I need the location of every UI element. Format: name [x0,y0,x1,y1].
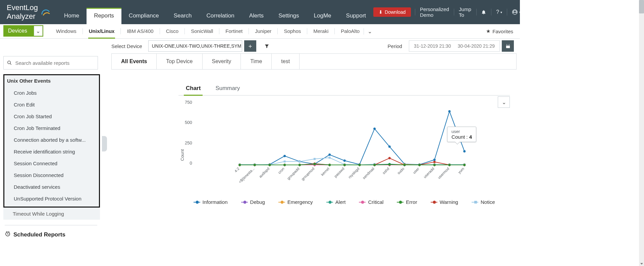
tooltip-value: 4 [469,134,472,140]
tree-item[interactable]: Session Disconnected [4,169,99,181]
subtab-cisco[interactable]: Cisco [162,24,183,38]
tooltip-title: user [451,129,472,134]
help-icon[interactable]: ? ▾ [491,9,507,15]
svg-point-1 [514,10,516,12]
calendar-button[interactable] [502,40,514,52]
device-multiselect[interactable]: UNIX-ONE,UNIX-TWO,UNIX-THREE,SYM [148,40,242,52]
svg-point-53 [373,128,376,130]
tab-all-events[interactable]: All Events [112,54,157,69]
svg-point-47 [283,155,286,157]
tab-top-device[interactable]: Top Device [157,54,202,69]
user-menu-icon[interactable]: ▾ [507,9,520,15]
svg-point-86 [388,157,391,159]
subtab-paloalto[interactable]: PaloAlto [337,24,364,38]
tree-item[interactable]: Cron Job Terminated [4,122,99,134]
nav-support[interactable]: Support [339,8,374,24]
subtab-juniper[interactable]: Juniper [251,24,275,38]
legend-item-information[interactable]: Information [194,199,228,205]
chart-legend: InformationDebugEmergencyAlertCriticalEr… [178,199,510,205]
legend-marker-icon [241,201,248,204]
tree-item[interactable]: Receive identification string [4,146,99,158]
legend-item-notice[interactable]: Notice [472,199,495,205]
svg-point-181 [361,201,364,204]
chart-tab-summary[interactable]: Summary [215,83,240,95]
nav-search[interactable]: Search [166,8,199,24]
chevron-down-icon[interactable]: ⌄ [34,26,43,36]
svg-text:rsyslogd: rsyslogd [347,167,360,179]
nav-logme[interactable]: LogMe [307,8,339,24]
devices-dropdown[interactable]: Devices ⌄ [3,25,43,37]
legend-item-critical[interactable]: Critical [359,199,383,205]
star-icon: ★ [486,28,490,34]
svg-point-159 [283,164,286,166]
svg-point-59 [463,150,466,152]
svg-point-175 [243,201,246,204]
search-reports-input[interactable] [15,60,95,66]
tooltip-label: Count : [451,134,468,140]
nav-home[interactable]: Home [57,8,87,24]
svg-point-170 [448,164,450,166]
add-device-button[interactable]: ＋ [244,40,256,52]
tab-test[interactable]: test [272,54,300,69]
favorites-link[interactable]: ★ Favorites [479,24,520,38]
scheduled-reports-link[interactable]: Scheduled Reports [3,229,100,242]
subtab-sophos[interactable]: Sophos [280,24,305,38]
subtab-sonicwall[interactable]: SonicWall [187,24,217,38]
brand-logo: EventLog Analyzer [0,0,57,24]
svg-point-57 [433,159,436,161]
legend-marker-icon [278,201,285,204]
tree-item[interactable]: Session Connected [4,158,99,169]
legend-item-warning[interactable]: Warning [431,199,458,205]
nav-correlation[interactable]: Correlation [199,8,242,24]
subtab-fortinet[interactable]: Fortinet [221,24,247,38]
more-platforms-caret[interactable]: ⌄ [364,28,376,35]
tab-settings-gear[interactable] [497,54,516,69]
chart-tab-chart[interactable]: Chart [185,83,201,95]
nav-compliance[interactable]: Compliance [121,8,166,24]
tree-item[interactable]: Deactivated services [4,181,99,193]
svg-text:usermod: usermod [437,167,450,180]
legend-item-debug[interactable]: Debug [241,199,265,205]
search-icon [7,60,12,65]
funnel-icon [264,44,269,49]
svg-point-8 [8,61,10,64]
svg-point-157 [254,164,256,166]
chart-export-menu[interactable]: ⌄ [498,96,510,108]
svg-text:audispd: audispd [258,167,270,179]
legend-label: Critical [368,199,383,205]
legend-item-alert[interactable]: Alert [326,199,346,205]
legend-item-emergency[interactable]: Emergency [278,199,313,205]
tab-time[interactable]: Time [241,54,272,69]
tree-item-truncated[interactable]: Timeout While Logging [3,208,100,220]
svg-text:sudo: sudo [396,167,405,175]
svg-line-9 [10,63,11,65]
tab-severity[interactable]: Severity [203,54,241,69]
tree-item[interactable]: Cron Edit [4,99,99,110]
nav-alerts[interactable]: Alerts [242,8,271,24]
nav-reports[interactable]: Reports [87,8,121,24]
legend-label: Information [203,199,228,205]
tree-group-title[interactable]: Unix Other Events [4,76,99,87]
svg-rect-63 [283,161,285,163]
subtab-unix[interactable]: Unix/Linux [85,24,119,38]
personalized-demo-link[interactable]: Personalized Demo [415,6,454,18]
jump-to-link[interactable]: Jump To [454,6,476,18]
subtab-ibm[interactable]: IBM AS/400 [123,24,157,38]
tree-item[interactable]: Cron Jobs [4,87,99,99]
svg-text:user: user [412,167,420,175]
download-button[interactable]: ⬇ Download [373,7,411,17]
svg-point-173 [196,201,199,204]
tree-item[interactable]: Connection aborted by a softw... [4,134,99,146]
period-label: Period [388,43,402,49]
svg-point-58 [448,110,450,113]
legend-item-error[interactable]: Error [397,199,417,205]
svg-text:4-2: 4-2 [233,167,240,173]
subtab-meraki[interactable]: Meraki [309,24,332,38]
notifications-icon[interactable] [476,9,491,15]
date-range-picker[interactable]: 31-12-2019 21:30 30-04-2020 21:29 [409,40,500,52]
subtab-windows[interactable]: Windows [52,24,80,38]
filter-funnel-button[interactable] [261,40,273,52]
tree-item[interactable]: UnSupported Protocol Version [4,193,99,205]
nav-settings[interactable]: Settings [271,8,306,24]
tree-item[interactable]: Cron Job Started [4,110,99,122]
